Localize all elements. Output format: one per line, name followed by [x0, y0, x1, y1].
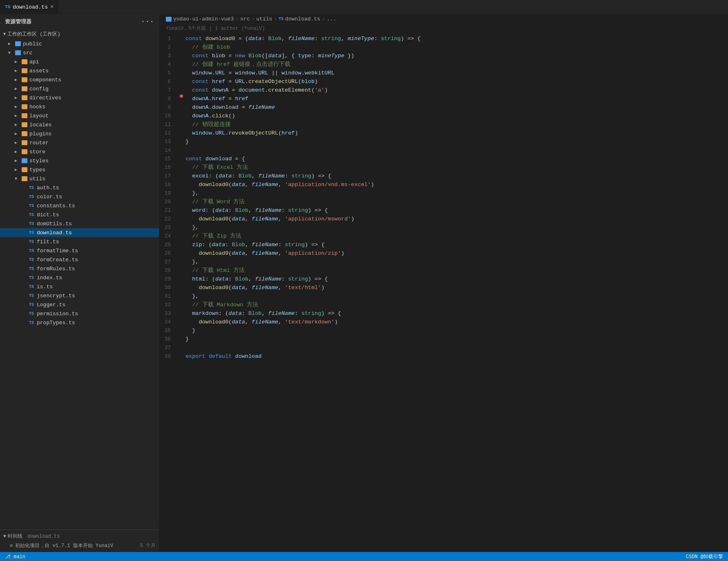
- line-content: word: (data: Blob, fileName: string) => …: [184, 206, 728, 215]
- ts-file-icon: TS: [28, 186, 35, 190]
- sidebar-item-index-ts[interactable]: TS index.ts: [0, 273, 159, 282]
- line-content: // 创建 href 超链接，点击进行下载: [184, 60, 728, 69]
- line-number: 30: [159, 283, 179, 292]
- sidebar-item-hooks[interactable]: ▶ hooks: [0, 102, 159, 111]
- sidebar-item-label: formRules.ts: [37, 266, 75, 272]
- sidebar-item-formrules-ts[interactable]: TS formRules.ts: [0, 264, 159, 273]
- sidebar-item-label: auth.ts: [37, 185, 59, 191]
- line-number: 34: [159, 318, 179, 326]
- sidebar-item-formcreate-ts[interactable]: TS formCreate.ts: [0, 255, 159, 264]
- sidebar-item-api[interactable]: ▶ api: [0, 57, 159, 66]
- sidebar-item-locales[interactable]: ▶ locales: [0, 120, 159, 129]
- code-editor[interactable]: 1const download0 = (data: Blob, fileName…: [159, 33, 728, 552]
- sidebar-item-label: download.ts: [37, 230, 72, 236]
- sidebar-item-router[interactable]: ▶ router: [0, 138, 159, 147]
- sidebar-item-color-ts[interactable]: TS color.ts: [0, 192, 159, 201]
- chevron-right-icon: ▶: [15, 131, 20, 136]
- line-content: }: [184, 137, 728, 146]
- code-line: 37: [159, 343, 728, 352]
- chevron-right-icon: ▶: [8, 41, 13, 46]
- sidebar-item-download-ts[interactable]: TS download.ts: [0, 228, 159, 237]
- workspace-label[interactable]: ▼ 工作的工作区 (工作区): [0, 29, 159, 39]
- sidebar-more-button[interactable]: ···: [141, 18, 154, 26]
- line-number: 36: [159, 335, 179, 343]
- folder-icon: [15, 50, 21, 55]
- ts-file-icon: TS: [28, 258, 35, 262]
- sidebar-item-utils[interactable]: ▼ utils: [0, 174, 159, 183]
- code-line: 10 downA.click(): [159, 112, 728, 120]
- code-line: 28 // 下载 Html 方法: [159, 266, 728, 275]
- ts-file-icon: TS: [28, 213, 35, 217]
- code-line: 38export default download: [159, 352, 728, 361]
- sidebar-item-assets[interactable]: ▶ assets: [0, 66, 159, 75]
- code-line: 23 },: [159, 223, 728, 232]
- sidebar-item-label: styles: [29, 158, 49, 164]
- sidebar-item-label: public: [23, 41, 42, 47]
- sidebar-item-plugins[interactable]: ▶ plugins: [0, 129, 159, 138]
- sidebar-item-src[interactable]: ▼ src: [0, 48, 159, 57]
- line-number: 10: [159, 112, 179, 120]
- main-layout: 资源管理器 ··· ▼ 工作的工作区 (工作区) ▶ public ▼ src: [0, 14, 728, 552]
- line-number: 4: [159, 60, 179, 69]
- chevron-right-icon: ▶: [15, 86, 20, 91]
- breakpoint-dot: [180, 94, 183, 98]
- line-content: download0(data, fileName, 'application/z…: [184, 249, 728, 258]
- sidebar-item-styles[interactable]: ▶ styles: [0, 156, 159, 165]
- folder-icon: [22, 104, 27, 109]
- timeline-header[interactable]: ▼ 时间线 download.ts: [3, 532, 156, 541]
- active-tab[interactable]: TS download.ts ×: [0, 0, 59, 14]
- sidebar-item-jsencrypt-ts[interactable]: TS jsencrypt.ts: [0, 291, 159, 300]
- sidebar-item-constants-ts[interactable]: TS constants.ts: [0, 201, 159, 210]
- sidebar-item-is-ts[interactable]: TS is.ts: [0, 282, 159, 291]
- sidebar-item-store[interactable]: ▶ store: [0, 147, 159, 156]
- sidebar-item-directives[interactable]: ▶ directives: [0, 93, 159, 102]
- sidebar-item-permission-ts[interactable]: TS permission.ts: [0, 309, 159, 318]
- line-number: 13: [159, 137, 179, 146]
- line-number: 1: [159, 34, 179, 43]
- folder-icon: [22, 122, 27, 127]
- line-content: window.URL = window.URL || window.webkit…: [184, 69, 728, 77]
- sidebar-item-public[interactable]: ▶ public: [0, 39, 159, 48]
- close-tab-button[interactable]: ×: [50, 4, 54, 10]
- sidebar-item-layout[interactable]: ▶ layout: [0, 111, 159, 120]
- sidebar-item-components[interactable]: ▶ components: [0, 75, 159, 84]
- sidebar-item-filt-ts[interactable]: TS filt.ts: [0, 237, 159, 246]
- sidebar-item-label: config: [29, 86, 49, 92]
- tab-bar: TS download.ts ×: [0, 0, 728, 14]
- folder-icon: [22, 167, 27, 172]
- line-number: 8: [159, 94, 179, 103]
- sidebar-item-types[interactable]: ▶ types: [0, 165, 159, 174]
- chevron-right-icon: ▶: [15, 95, 20, 100]
- line-content: download0(data, fileName, 'text/html'): [184, 283, 728, 292]
- line-number: 28: [159, 266, 179, 275]
- ts-file-icon: TS: [28, 249, 35, 253]
- sidebar-item-label: hooks: [29, 104, 45, 110]
- sidebar: 资源管理器 ··· ▼ 工作的工作区 (工作区) ▶ public ▼ src: [0, 14, 159, 552]
- code-line: 2 // 创建 blob: [159, 43, 728, 52]
- code-line: 27 },: [159, 258, 728, 266]
- folder-icon: [22, 158, 27, 163]
- sidebar-item-label: components: [29, 77, 61, 83]
- sidebar-item-domutils-ts[interactable]: TS domUtils.ts: [0, 219, 159, 228]
- sidebar-item-dict-ts[interactable]: TS dict.ts: [0, 210, 159, 219]
- ts-file-icon: TS: [28, 231, 35, 235]
- line-number: 32: [159, 301, 179, 309]
- git-blame-text: YunaiV，5个月前 | 1 author (YunaiV): [166, 26, 265, 31]
- sidebar-item-auth-ts[interactable]: TS auth.ts: [0, 183, 159, 192]
- sidebar-item-proptypes-ts[interactable]: TS propTypes.ts: [0, 318, 159, 327]
- line-number: 31: [159, 292, 179, 301]
- line-content: download0(data, fileName, 'application/v…: [184, 180, 728, 189]
- line-number: 23: [159, 223, 179, 232]
- line-content: }: [184, 326, 728, 335]
- line-content: },: [184, 258, 728, 266]
- line-number: 9: [159, 103, 179, 112]
- code-line: 20 // 下载 Word 方法: [159, 197, 728, 206]
- sidebar-item-label: is.ts: [37, 284, 53, 290]
- line-number: 19: [159, 189, 179, 197]
- line-content: const blob = new Blob([data], { type: mi…: [184, 52, 728, 60]
- line-content: },: [184, 292, 728, 301]
- sidebar-item-logger-ts[interactable]: TS Logger.ts: [0, 300, 159, 309]
- sidebar-item-config[interactable]: ▶ config: [0, 84, 159, 93]
- sidebar-item-formattime-ts[interactable]: TS formatTime.ts: [0, 246, 159, 255]
- line-content: // 下载 Zip 方法: [184, 232, 728, 240]
